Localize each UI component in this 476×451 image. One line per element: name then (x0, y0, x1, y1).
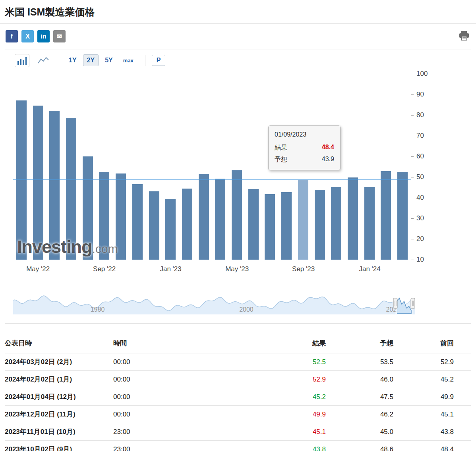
navigator-selection-window[interactable] (395, 292, 413, 314)
tooltip-result-label: 結果 (275, 144, 287, 152)
chart-tooltip: 01/09/2023 結果 48.4 予想 43.9 (268, 125, 341, 170)
navigator-area-chart (13, 292, 415, 314)
release-date: 2023年12月02日 (11月) (5, 406, 113, 423)
tooltip-forecast-value: 43.9 (322, 156, 334, 164)
x-axis-label: Sep '23 (292, 265, 315, 273)
printer-icon (459, 31, 470, 41)
table-row[interactable]: 2023年10月02日 (9月)23:0043.848.648.4 (5, 441, 471, 451)
range-button-max[interactable]: max (119, 55, 137, 66)
email-share-button[interactable]: ✉ (53, 30, 66, 42)
line-chart-type-button[interactable] (36, 54, 50, 67)
release-time: 00:00 (113, 371, 252, 388)
table-header-row: 公表日時 時間 結果 予想 前回 (5, 335, 471, 353)
y-axis-label: 100 (411, 70, 428, 78)
print-button[interactable] (459, 31, 470, 42)
release-date: 2024年01月04日 (12月) (5, 388, 113, 406)
bar[interactable] (165, 199, 176, 260)
toolbar-separator (145, 55, 145, 66)
actual-value: 43.8 (252, 441, 326, 451)
bar[interactable] (132, 184, 143, 260)
y-axis-label: 80 (411, 111, 424, 119)
bar[interactable] (397, 172, 408, 260)
previous-value: 45.2 (393, 371, 471, 388)
navigator-year-label: 1980 (91, 306, 105, 313)
y-axis-label: 50 (411, 173, 424, 181)
x-axis-label: Jan '23 (160, 265, 181, 273)
x-axis-label: Sep '22 (93, 265, 116, 273)
range-button-5y[interactable]: 5Y (101, 54, 117, 66)
x-axis-label: May '23 (225, 265, 249, 273)
bar[interactable] (281, 192, 292, 260)
tooltip-forecast-label: 予想 (275, 156, 287, 164)
bar-chart-type-button[interactable] (15, 54, 29, 67)
x-share-button[interactable]: X (21, 30, 34, 42)
table-row[interactable]: 2024年02月02日 (1月)00:0052.946.045.2 (5, 371, 471, 388)
bar[interactable] (315, 190, 325, 260)
x-axis-label: May '22 (26, 265, 50, 273)
x-axis: May '22Sep '22Jan '23May '23Sep '23Jan '… (13, 260, 411, 276)
release-date: 2024年03月02日 (2月) (5, 353, 113, 371)
release-time: 00:00 (113, 388, 252, 406)
bar-chart-icon (17, 61, 19, 65)
forecast-value: 46.0 (326, 371, 393, 388)
table-row[interactable]: 2024年03月02日 (2月)00:0052.553.552.9 (5, 353, 471, 371)
results-tbody: 2024年03月02日 (2月)00:0052.553.552.92024年02… (5, 353, 471, 451)
bar[interactable] (215, 179, 225, 260)
header-forecast: 予想 (326, 335, 393, 353)
bar-highlighted[interactable] (298, 180, 308, 260)
bar[interactable] (248, 189, 259, 260)
actual-value: 45.1 (252, 423, 326, 441)
previous-value: 45.1 (393, 406, 471, 423)
actual-value: 49.9 (252, 406, 326, 423)
bar[interactable] (182, 189, 192, 260)
chart-area[interactable]: 100908070605040302010 01/09/2023 結果 48.4… (13, 74, 411, 260)
release-date: 2023年10月02日 (9月) (5, 441, 113, 451)
release-time: 23:00 (113, 441, 252, 451)
page-title: 米国 ISM製造業価格 (5, 6, 471, 19)
actual-value: 52.9 (252, 371, 326, 388)
bar[interactable] (381, 171, 391, 260)
facebook-share-button[interactable]: f (6, 30, 18, 42)
bar[interactable] (348, 177, 358, 260)
y-axis-label: 70 (411, 132, 424, 140)
bar[interactable] (265, 194, 275, 260)
header-time: 時間 (113, 335, 252, 353)
actual-value: 52.5 (252, 353, 326, 371)
bar[interactable] (232, 170, 242, 260)
forecast-value: 48.6 (326, 441, 393, 451)
bar[interactable] (331, 187, 341, 260)
forecast-value: 45.0 (326, 423, 393, 441)
y-axis-label: 20 (411, 235, 424, 243)
release-time: 00:00 (113, 353, 252, 371)
previous-value: 52.9 (393, 353, 471, 371)
range-button-1y[interactable]: 1Y (65, 54, 81, 66)
share-row: f X in ✉ (0, 24, 476, 47)
navigator-year-label: 2000 (239, 306, 253, 313)
y-axis: 100908070605040302010 (411, 74, 439, 260)
y-axis-label: 60 (411, 152, 424, 160)
plot-area[interactable] (13, 74, 411, 260)
email-icon: ✉ (57, 33, 62, 40)
range-button-2y[interactable]: 2Y (83, 54, 99, 66)
x-axis-label: Jan '24 (359, 265, 380, 273)
bar[interactable] (199, 174, 209, 260)
table-row[interactable]: 2023年12月02日 (11月)00:0049.946.245.1 (5, 406, 471, 423)
forecast-value: 53.5 (326, 353, 393, 371)
navigator-selection-sparkline (397, 292, 412, 314)
table-row[interactable]: 2024年01月04日 (12月)00:0045.247.549.9 (5, 388, 471, 406)
line-chart-icon (37, 56, 49, 65)
chart-panel: 1Y 2Y 5Y max P 100908070605040302010 01/… (5, 50, 471, 324)
previous-value: 43.8 (393, 423, 471, 441)
chart-toolbar: 1Y 2Y 5Y max P (5, 50, 471, 67)
table-row[interactable]: 2023年11月01日 (10月)23:0045.145.043.8 (5, 423, 471, 441)
bar[interactable] (149, 191, 159, 260)
watermark-main: Investing (17, 237, 92, 257)
toolbar-separator (57, 55, 57, 66)
chart-navigator[interactable]: 198020002020 (13, 292, 415, 314)
period-button[interactable]: P (152, 55, 166, 66)
linkedin-share-button[interactable]: in (37, 30, 50, 42)
release-date: 2024年02月02日 (1月) (5, 371, 113, 388)
navigator-right-handle[interactable] (411, 298, 415, 309)
navigator-left-handle[interactable] (393, 298, 398, 309)
bar[interactable] (364, 187, 375, 260)
